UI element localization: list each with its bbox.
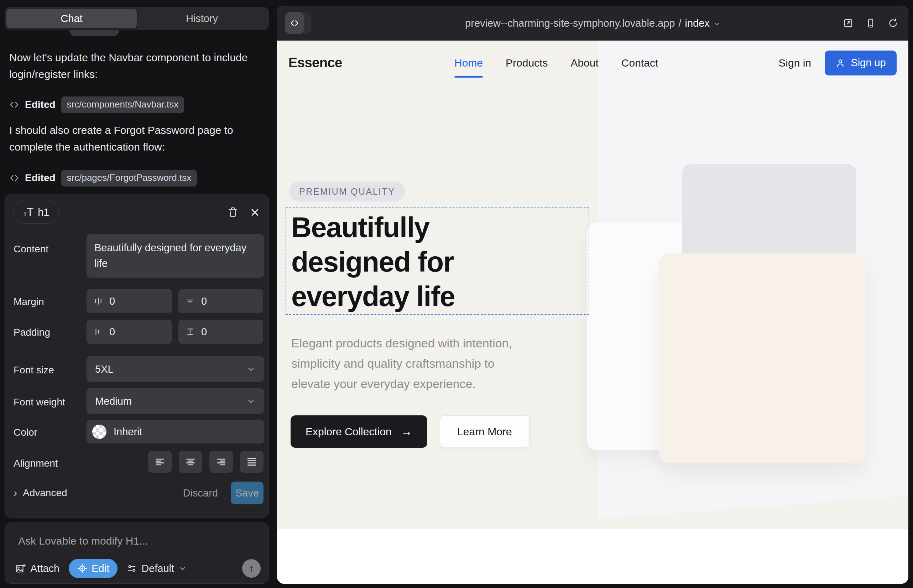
padding-x-value: 0 bbox=[109, 326, 115, 338]
file-path-badge[interactable]: src/pages/ForgotPassword.tsx bbox=[61, 170, 197, 186]
font-size-label: Font size bbox=[13, 365, 54, 376]
padding-vertical-icon bbox=[186, 327, 195, 336]
margin-vertical-icon bbox=[186, 297, 195, 306]
margin-y-input[interactable]: 0 bbox=[178, 289, 263, 313]
advanced-toggle[interactable]: › Advanced bbox=[13, 487, 67, 499]
font-weight-label: Font weight bbox=[13, 396, 65, 408]
delete-element-button[interactable] bbox=[227, 206, 239, 218]
refresh-icon[interactable] bbox=[888, 18, 898, 29]
open-external-icon[interactable] bbox=[843, 18, 853, 29]
site-logo[interactable]: Essence bbox=[288, 40, 342, 85]
nav-link-home[interactable]: Home bbox=[454, 57, 483, 69]
margin-horizontal-icon bbox=[94, 297, 103, 306]
user-icon bbox=[835, 58, 845, 68]
save-button[interactable]: Save bbox=[231, 481, 264, 504]
content-label: Content bbox=[13, 244, 49, 255]
attach-image-icon bbox=[15, 563, 26, 574]
code-icon bbox=[9, 100, 19, 110]
send-button[interactable]: ↑ bbox=[242, 559, 261, 578]
chevron-down-icon bbox=[246, 396, 256, 406]
sign-up-button[interactable]: Sign up bbox=[825, 50, 897, 76]
editor-footer: › Advanced Discard Save bbox=[13, 481, 264, 505]
color-label: Color bbox=[13, 427, 37, 438]
element-editor-panel: тT h1 ✕ Content Beautifully designed for… bbox=[5, 194, 269, 518]
lovable-app: ·· Chat History Now let's update the Nav… bbox=[0, 0, 913, 588]
chat-message: Now let's update the Navbar component to… bbox=[9, 49, 261, 82]
padding-x-input[interactable]: 0 bbox=[87, 320, 172, 344]
arrow-right-icon: → bbox=[401, 425, 412, 438]
mobile-view-icon[interactable] bbox=[866, 18, 876, 29]
margin-x-value: 0 bbox=[109, 296, 115, 307]
arrow-up-icon: ↑ bbox=[249, 562, 254, 575]
section-below-hero bbox=[277, 529, 908, 584]
padding-label: Padding bbox=[13, 327, 50, 338]
browser-chrome: preview--charming-site-symphony.lovable.… bbox=[277, 6, 908, 40]
chevron-down-icon bbox=[179, 564, 186, 572]
color-select[interactable]: Inherit bbox=[87, 420, 264, 444]
margin-label: Margin bbox=[13, 296, 44, 307]
mode-select[interactable]: Default bbox=[127, 563, 186, 575]
discard-button[interactable]: Discard bbox=[183, 487, 218, 499]
edit-mode-button[interactable]: Edit bbox=[69, 559, 118, 578]
hero-cta-row: Explore Collection → Learn More bbox=[291, 415, 529, 448]
element-tag-label: h1 bbox=[38, 207, 49, 218]
edit-label: Edit bbox=[92, 563, 109, 575]
edited-file-row: Edited src/pages/ForgotPassword.tsx bbox=[9, 170, 197, 186]
tab-history[interactable]: History bbox=[137, 9, 267, 28]
hero-heading[interactable]: Beautifully designed for everyday life bbox=[291, 210, 490, 313]
code-icon bbox=[9, 173, 19, 183]
explore-collection-label: Explore Collection bbox=[306, 426, 392, 438]
composer-input[interactable] bbox=[18, 535, 246, 547]
site-nav-auth: Sign in Sign up bbox=[779, 40, 897, 85]
font-size-value: 5XL bbox=[95, 363, 113, 375]
mode-label: Default bbox=[141, 563, 174, 575]
url-separator: / bbox=[678, 18, 681, 29]
color-value: Inherit bbox=[113, 426, 142, 438]
font-size-select[interactable]: 5XL bbox=[87, 356, 264, 382]
margin-x-input[interactable]: 0 bbox=[87, 289, 172, 313]
preview-window: preview--charming-site-symphony.lovable.… bbox=[277, 6, 908, 584]
sidebar-tabs: Chat History bbox=[5, 7, 269, 30]
site-nav-links: Home Products About Contact bbox=[454, 40, 658, 85]
sliders-icon bbox=[127, 564, 137, 573]
url-host: preview--charming-site-symphony.lovable.… bbox=[465, 18, 675, 29]
url-bar[interactable]: preview--charming-site-symphony.lovable.… bbox=[277, 6, 908, 40]
edited-label: Edited bbox=[25, 99, 55, 110]
chrome-actions bbox=[843, 6, 898, 40]
decor-card-peach bbox=[659, 254, 866, 464]
explore-collection-button[interactable]: Explore Collection → bbox=[291, 415, 427, 448]
edited-label: Edited bbox=[25, 172, 55, 184]
sign-up-label: Sign up bbox=[851, 57, 885, 69]
url-page: index bbox=[685, 18, 710, 29]
chevron-right-icon: › bbox=[13, 487, 17, 499]
font-weight-select[interactable]: Medium bbox=[87, 388, 264, 414]
attach-label: Attach bbox=[30, 563, 60, 575]
hero-description[interactable]: Elegant products designed with intention… bbox=[291, 333, 524, 394]
nav-link-contact[interactable]: Contact bbox=[622, 57, 658, 69]
padding-y-value: 0 bbox=[201, 326, 207, 338]
text-type-icon: тT bbox=[24, 206, 34, 218]
learn-more-button[interactable]: Learn More bbox=[440, 415, 529, 448]
align-justify-button[interactable] bbox=[240, 451, 264, 473]
tab-chat[interactable]: Chat bbox=[6, 9, 137, 28]
composer-toolbar: Attach Edit Default ↑ bbox=[15, 559, 261, 578]
align-center-button[interactable] bbox=[179, 451, 202, 473]
align-right-button[interactable] bbox=[209, 451, 233, 473]
file-path-badge[interactable]: src/components/Navbar.tsx bbox=[61, 97, 185, 113]
font-weight-value: Medium bbox=[95, 396, 132, 407]
alignment-buttons bbox=[148, 451, 264, 473]
nav-link-about[interactable]: About bbox=[570, 57, 598, 69]
chat-sidebar: ·· Chat History Now let's update the Nav… bbox=[0, 0, 277, 588]
attach-button[interactable]: Attach bbox=[15, 563, 60, 575]
site-navbar: Essence Home Products About Contact Sign… bbox=[277, 40, 908, 85]
padding-y-input[interactable]: 0 bbox=[178, 320, 263, 344]
advanced-label: Advanced bbox=[23, 487, 67, 499]
element-tag-pill: тT h1 bbox=[13, 201, 59, 223]
sign-in-link[interactable]: Sign in bbox=[779, 57, 811, 69]
align-left-button[interactable] bbox=[148, 451, 172, 473]
nav-link-products[interactable]: Products bbox=[506, 57, 548, 69]
close-panel-icon[interactable]: ✕ bbox=[250, 207, 260, 218]
target-icon bbox=[77, 563, 87, 574]
content-textarea[interactable]: Beautifully designed for everyday life bbox=[87, 234, 264, 278]
chat-message: I should also create a Forgot Password p… bbox=[9, 122, 261, 155]
